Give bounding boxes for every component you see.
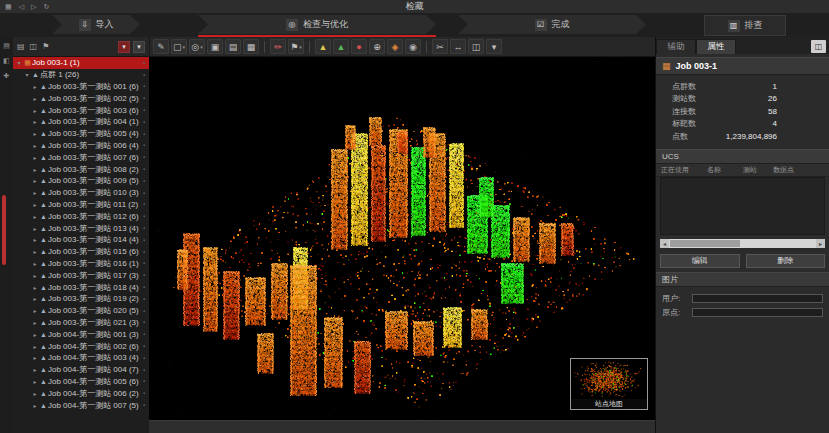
clip-icon[interactable]: ✂ bbox=[432, 39, 448, 54]
row-options-icon[interactable]: ▪ bbox=[139, 331, 149, 337]
row-options-icon[interactable]: ▪ bbox=[139, 343, 149, 349]
layers-icon[interactable]: ◫ bbox=[30, 42, 38, 51]
expander-icon[interactable]: ▸ bbox=[31, 236, 39, 243]
tree-row-station[interactable]: ▸▲Job 003-第一测站 017 (3)▪ bbox=[13, 269, 149, 281]
tree-row-station[interactable]: ▸▲Job 003-第一测站 016 (1)▪ bbox=[13, 258, 149, 270]
tree-row-station[interactable]: ▸▲Job 003-第一测站 003 (6)▪ bbox=[13, 104, 149, 116]
tree-row-station[interactable]: ▸▲Job 003-第一测站 006 (4)▪ bbox=[13, 140, 149, 152]
row-options-icon[interactable]: ▪ bbox=[139, 119, 149, 125]
expander-icon[interactable]: ▸ bbox=[31, 83, 39, 90]
filter-button[interactable]: ▼ bbox=[133, 41, 145, 53]
edit-button[interactable]: 编辑 bbox=[660, 254, 740, 268]
tree-row-station[interactable]: ▸▲Job 004-第一测站 002 (6)▪ bbox=[13, 340, 149, 352]
tree-row-station[interactable]: ▸▲Job 004-第一测站 004 (7)▪ bbox=[13, 364, 149, 376]
tree-row-station[interactable]: ▸▲Job 003-第一测站 007 (6)▪ bbox=[13, 151, 149, 163]
row-options-icon[interactable]: ▪ bbox=[139, 201, 149, 207]
expander-icon[interactable]: ▸ bbox=[31, 130, 39, 137]
tree-row-station[interactable]: ▸▲Job 003-第一测站 020 (5)▪ bbox=[13, 305, 149, 317]
select-area-icon[interactable]: ▢▾ bbox=[171, 39, 187, 54]
tree-row-station[interactable]: ▸▲Job 003-第一测站 012 (6)▪ bbox=[13, 210, 149, 222]
row-options-icon[interactable]: ▪ bbox=[139, 131, 149, 137]
tree-row-station[interactable]: ▸▲Job 003-第一测站 005 (4)▪ bbox=[13, 128, 149, 140]
ucs-table-body[interactable] bbox=[660, 177, 825, 235]
expander-icon[interactable]: ▸ bbox=[31, 390, 39, 397]
row-options-icon[interactable]: ▪ bbox=[139, 225, 149, 231]
marker-icon[interactable]: ◉ bbox=[405, 39, 421, 54]
row-options-icon[interactable]: ▪ bbox=[139, 142, 149, 148]
expander-icon[interactable]: ▸ bbox=[31, 378, 39, 385]
panel-layout-icon[interactable]: ◫ bbox=[811, 40, 826, 53]
panel-toggle-icon[interactable]: ▤ bbox=[0, 40, 13, 52]
minimap[interactable]: 站点地图 bbox=[570, 358, 648, 410]
row-options-icon[interactable]: ▪ bbox=[139, 260, 149, 266]
tree-row-station[interactable]: ▸▲Job 003-第一测站 004 (1)▪ bbox=[13, 116, 149, 128]
tree-row-job-root[interactable]: ▾▦Job 003-1 (1)▪ bbox=[13, 57, 149, 69]
annotation-flag-icon[interactable]: ⚑▾ bbox=[288, 39, 304, 54]
row-options-icon[interactable]: ▪ bbox=[139, 190, 149, 196]
row-options-icon[interactable]: ▪ bbox=[139, 355, 149, 361]
tab-auxiliary[interactable]: 辅助 bbox=[656, 39, 696, 54]
expander-icon[interactable]: ▸ bbox=[31, 248, 39, 255]
row-options-icon[interactable]: ▪ bbox=[139, 284, 149, 290]
minimap-canvas[interactable] bbox=[571, 359, 645, 399]
row-options-icon[interactable]: ▪ bbox=[139, 154, 149, 160]
tree-row-station[interactable]: ▸▲Job 003-第一测站 011 (2)▪ bbox=[13, 199, 149, 211]
refresh-icon[interactable]: ↻ bbox=[43, 1, 49, 13]
expander-icon[interactable]: ▾ bbox=[23, 71, 31, 78]
origin-field[interactable] bbox=[692, 308, 823, 317]
zoom-icon[interactable]: ◎▾ bbox=[189, 39, 205, 54]
plane-target-icon[interactable]: ▲ bbox=[333, 39, 349, 54]
tree-row-station[interactable]: ▸▲Job 003-第一测站 021 (3)▪ bbox=[13, 317, 149, 329]
paint-icon[interactable]: ✎ bbox=[153, 39, 169, 54]
row-options-icon[interactable]: ▪ bbox=[139, 178, 149, 184]
grid-view-icon[interactable]: ▦ bbox=[243, 39, 259, 54]
split-view-icon[interactable]: ◧ bbox=[0, 55, 13, 67]
tree-row-station[interactable]: ▸▲Job 003-第一测站 013 (4)▪ bbox=[13, 222, 149, 234]
expander-icon[interactable]: ▸ bbox=[31, 107, 39, 114]
flag-icon[interactable]: ⚑ bbox=[42, 42, 49, 51]
workflow-step-import[interactable]: ⇩导入 bbox=[52, 15, 140, 34]
row-options-icon[interactable]: ▪ bbox=[139, 249, 149, 255]
tree-row-station[interactable]: ▸▲Job 003-第一测站 001 (6)▪ bbox=[13, 81, 149, 93]
expander-icon[interactable]: ▸ bbox=[31, 213, 39, 220]
tree-row-station[interactable]: ▸▲Job 004-第一测站 003 (4)▪ bbox=[13, 352, 149, 364]
row-options-icon[interactable]: ▪ bbox=[139, 390, 149, 396]
expander-icon[interactable]: ▸ bbox=[31, 260, 39, 267]
layout-icon[interactable]: ◫ bbox=[468, 39, 484, 54]
panorama-icon[interactable]: ▤ bbox=[225, 39, 241, 54]
camera-icon[interactable]: ▣ bbox=[207, 39, 223, 54]
delete-button[interactable]: 删除 bbox=[746, 254, 826, 268]
sphere-target-icon[interactable]: ● bbox=[351, 39, 367, 54]
expander-icon[interactable]: ▸ bbox=[31, 354, 39, 361]
scroll-thumb[interactable] bbox=[670, 240, 740, 247]
pin-icon[interactable]: ◈ bbox=[387, 39, 403, 54]
row-options-icon[interactable]: ▪ bbox=[139, 107, 149, 113]
user-field[interactable] bbox=[692, 294, 823, 303]
expander-icon[interactable]: ▸ bbox=[31, 201, 39, 208]
tree-row-station[interactable]: ▸▲Job 003-第一测站 002 (5)▪ bbox=[13, 92, 149, 104]
row-options-icon[interactable]: ▪ bbox=[139, 402, 149, 408]
filter-red-button[interactable]: ▼ bbox=[118, 41, 130, 53]
tree-list-icon[interactable]: ▤ bbox=[17, 42, 25, 51]
add-view-icon[interactable]: ✚ bbox=[0, 70, 13, 82]
tree-row-station[interactable]: ▸▲Job 004-第一测站 007 (5)▪ bbox=[13, 399, 149, 411]
tree-row-pointcloud-group[interactable]: ▾▲点群 1 (26)▪ bbox=[13, 69, 149, 81]
expander-icon[interactable]: ▸ bbox=[31, 225, 39, 232]
row-options-icon[interactable]: ▪ bbox=[139, 367, 149, 373]
expander-icon[interactable]: ▸ bbox=[31, 319, 39, 326]
expander-icon[interactable]: ▸ bbox=[31, 189, 39, 196]
tree-row-station[interactable]: ▸▲Job 003-第一测站 008 (2)▪ bbox=[13, 163, 149, 175]
back-icon[interactable]: ◁ bbox=[19, 1, 24, 13]
workflow-step-review[interactable]: ▥排查 bbox=[704, 15, 786, 36]
expander-icon[interactable]: ▸ bbox=[31, 366, 39, 373]
scroll-right-icon[interactable]: ▸ bbox=[816, 239, 825, 248]
row-options-icon[interactable]: ▪ bbox=[139, 60, 149, 66]
scroll-left-icon[interactable]: ◂ bbox=[660, 239, 669, 248]
tree-row-station[interactable]: ▸▲Job 003-第一测站 009 (5)▪ bbox=[13, 175, 149, 187]
row-options-icon[interactable]: ▪ bbox=[139, 296, 149, 302]
tree-row-station[interactable]: ▸▲Job 004-第一测站 006 (2)▪ bbox=[13, 387, 149, 399]
row-options-icon[interactable]: ▪ bbox=[139, 272, 149, 278]
expander-icon[interactable]: ▸ bbox=[31, 402, 39, 409]
expander-icon[interactable]: ▸ bbox=[31, 343, 39, 350]
tree-row-station[interactable]: ▸▲Job 003-第一测站 019 (2)▪ bbox=[13, 293, 149, 305]
